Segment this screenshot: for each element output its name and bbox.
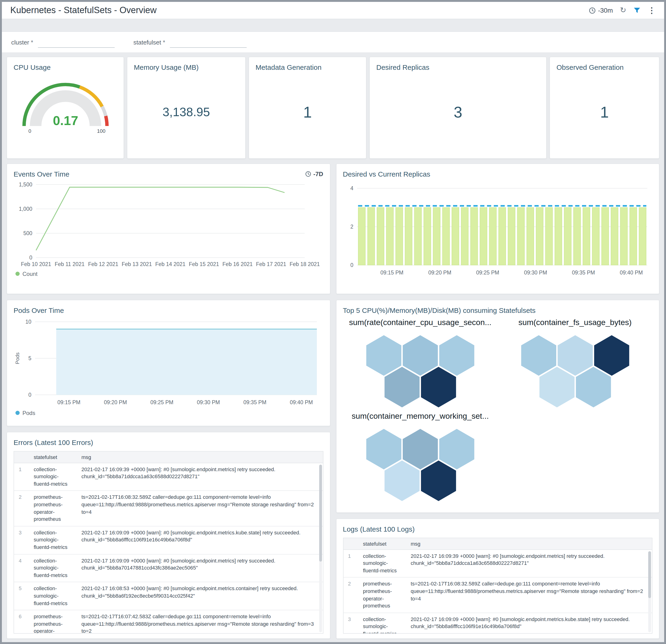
- panel-events-over-time: Events Over Time -7D 1,5001,0005000Feb 1…: [6, 164, 330, 294]
- statefulset-filter-label: statefulset *: [134, 39, 165, 46]
- table-row: 2prometheus-prometheus-operator-promethe…: [343, 577, 652, 613]
- stat-value: 3,138.95: [163, 105, 210, 120]
- row-statefulset: prometheus-prometheus-operator-prometheu…: [30, 613, 77, 634]
- honeycomb-chart-cpu: [350, 328, 490, 410]
- panel-desired-replicas: Desired Replicas 3: [369, 57, 547, 159]
- svg-text:Pods: Pods: [15, 352, 20, 364]
- kebab-menu-icon[interactable]: ⋮: [648, 6, 656, 14]
- svg-text:09:20 PM: 09:20 PM: [428, 269, 451, 275]
- row-number: 3: [14, 529, 30, 551]
- row-statefulset: collection-sumologic-fluentd-metrics: [359, 553, 406, 574]
- scrollbar-thumb[interactable]: [648, 551, 651, 598]
- refresh-icon[interactable]: ↻: [620, 6, 626, 14]
- stats-row: CPU Usage 0.17 0 100 Memory Usage (MB) 3…: [6, 57, 660, 159]
- left-column: Events Over Time -7D 1,5001,0005000Feb 1…: [6, 164, 330, 639]
- stat-value: 3: [454, 103, 462, 121]
- stat-value: 1: [600, 103, 609, 121]
- titlebar-actions: -30m ↻ ⋮: [589, 6, 656, 14]
- row-number: 4: [14, 557, 30, 579]
- table-row: 1collection-sumologic-fluentd-metrics202…: [343, 549, 652, 577]
- row-number: 6: [14, 613, 30, 634]
- panel-title: CPU Usage: [14, 63, 117, 72]
- errors-table: statefulset msg 1collection-sumologic-fl…: [14, 451, 323, 633]
- svg-text:09:20 PM: 09:20 PM: [104, 399, 127, 405]
- svg-text:09:30 PM: 09:30 PM: [197, 399, 220, 405]
- svg-text:1,500: 1,500: [19, 181, 32, 187]
- events-line-chart: 1,5001,0005000Feb 10 2021Feb 11 2021Feb …: [14, 179, 320, 269]
- table-body: 1collection-sumologic-fluentd-metrics202…: [343, 549, 652, 633]
- svg-text:1,000: 1,000: [19, 206, 32, 212]
- row-statefulset: collection-sumologic-fluentd-metrics: [359, 616, 406, 633]
- svg-text:09:25 PM: 09:25 PM: [476, 269, 499, 275]
- row-msg: 2021-02-17 16:09:39 +0000 [warn]: #0 [su…: [406, 553, 652, 574]
- svg-text:0: 0: [29, 254, 32, 260]
- honeycomb-title: sum(container_memory_working_set...: [352, 411, 489, 421]
- panel-title: Desired vs Current Replicas: [343, 170, 652, 179]
- table-row: 5collection-sumologic-fluentd-metrics202…: [14, 582, 323, 610]
- filter-icon[interactable]: [633, 6, 641, 14]
- svg-text:09:25 PM: 09:25 PM: [151, 399, 173, 405]
- svg-text:09:40 PM: 09:40 PM: [620, 269, 643, 275]
- cluster-filter-label: cluster *: [11, 39, 33, 46]
- honeycomb-chart-memory: [350, 422, 490, 503]
- row-number: 2: [14, 494, 30, 523]
- scrollbar[interactable]: [648, 551, 651, 632]
- row-msg: ts=2021-02-17T16:08:32.589Z caller=dedup…: [406, 580, 652, 610]
- scrollbar[interactable]: [319, 464, 322, 632]
- table-row: 6prometheus-prometheus-operator-promethe…: [14, 610, 323, 634]
- row-number: 5: [14, 585, 30, 607]
- row-number: 1: [343, 553, 359, 574]
- svg-text:0: 0: [350, 262, 353, 268]
- svg-text:4: 4: [350, 185, 353, 191]
- svg-text:10: 10: [25, 319, 31, 325]
- row-statefulset: prometheus-prometheus-operator-prometheu…: [359, 580, 406, 610]
- row-statefulset: collection-sumologic-fluentd-metrics: [30, 466, 77, 488]
- logs-table: statefulset msg 1collection-sumologic-fl…: [343, 538, 652, 633]
- svg-text:09:35 PM: 09:35 PM: [572, 269, 595, 275]
- svg-text:0: 0: [28, 392, 31, 397]
- gauge-max-label: 100: [97, 128, 105, 134]
- statefulset-filter-input[interactable]: [170, 37, 247, 48]
- svg-text:09:35 PM: 09:35 PM: [243, 399, 266, 405]
- panel-title: Metadata Generation: [256, 63, 360, 72]
- panel-title: Events Over Time: [14, 170, 69, 179]
- cluster-filter-input[interactable]: [38, 37, 115, 48]
- gauge-min-label: 0: [28, 128, 31, 134]
- row-statefulset: collection-sumologic-fluentd-metrics: [30, 585, 77, 607]
- svg-text:500: 500: [23, 230, 32, 236]
- panel-title: Desired Replicas: [376, 63, 540, 72]
- header-number: [343, 541, 359, 546]
- filter-bar: cluster * statefulset *: [2, 31, 664, 53]
- honeycomb-title: sum(container_fs_usage_bytes): [518, 318, 632, 327]
- panel-errors: Errors (Latest 100 Errors) statefulset m…: [6, 432, 330, 639]
- panel-memory-usage: Memory Usage (MB) 3,138.95: [127, 57, 246, 159]
- row-msg: 2021-02-17 16:08:53 +0000 [warn]: #0 [su…: [77, 585, 323, 607]
- svg-text:Feb 11 2021: Feb 11 2021: [55, 261, 85, 267]
- dashboard-root: Kubernetes - StatefulSets - Overview -30…: [0, 0, 666, 644]
- row-msg: 2021-02-17 16:09:09 +0000 [warn]: #0 [su…: [406, 616, 652, 633]
- header-msg: msg: [406, 541, 652, 546]
- panel-desired-vs-current-replicas: Desired vs Current Replicas 42009:15 PM0…: [336, 164, 660, 294]
- svg-text:Feb 18 2021: Feb 18 2021: [290, 261, 320, 267]
- header-statefulset: statefulset: [30, 454, 77, 460]
- svg-text:Feb 15 2021: Feb 15 2021: [189, 261, 219, 267]
- table-row: 1collection-sumologic-fluentd-metrics202…: [14, 463, 323, 491]
- time-range-control[interactable]: -30m: [589, 6, 613, 14]
- right-column: Desired vs Current Replicas 42009:15 PM0…: [336, 164, 660, 639]
- chart-legend: Count: [14, 270, 323, 277]
- row-number: 3: [343, 616, 359, 633]
- replicas-bar-chart: 42009:15 PM09:20 PM09:25 PM09:30 PM09:35…: [343, 182, 652, 278]
- svg-text:09:40 PM: 09:40 PM: [290, 399, 313, 405]
- svg-text:Feb 10 2021: Feb 10 2021: [21, 261, 51, 267]
- scrollbar-thumb[interactable]: [319, 464, 322, 562]
- legend-dot: [15, 411, 20, 415]
- panel-time-range[interactable]: -7D: [305, 171, 323, 178]
- svg-text:Feb 14 2021: Feb 14 2021: [155, 261, 185, 267]
- clock-icon: [305, 171, 311, 177]
- svg-text:5: 5: [28, 355, 31, 361]
- row-statefulset: collection-sumologic-fluentd-metrics: [30, 529, 77, 551]
- svg-text:09:30 PM: 09:30 PM: [524, 269, 547, 275]
- header-number: [14, 454, 30, 460]
- time-range-label: -30m: [598, 6, 613, 14]
- row-number: 2: [343, 580, 359, 610]
